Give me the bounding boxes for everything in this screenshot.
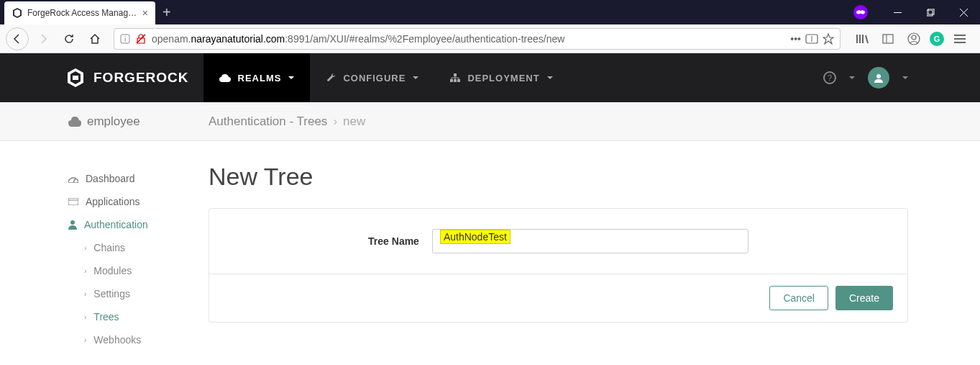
- minimize-button[interactable]: [881, 0, 914, 24]
- form-panel: Tree Name AuthNodeTest Cancel Create: [209, 208, 908, 323]
- breadcrumb-current: new: [343, 114, 365, 129]
- nav-realms[interactable]: REALMS: [203, 53, 311, 102]
- tab-title: ForgeRock Access Managemen: [27, 8, 138, 18]
- app-header: FORGEROCK REALMS CONFIGURE DEPLOYMENT ?: [0, 53, 980, 102]
- bookmark-star-icon[interactable]: [823, 33, 834, 45]
- create-button[interactable]: Create: [835, 286, 893, 310]
- wrench-icon: [326, 73, 336, 83]
- chevron-right-icon: ›: [333, 114, 337, 129]
- sidebar-item-applications[interactable]: Applications: [68, 190, 209, 213]
- svg-rect-20: [450, 79, 453, 82]
- tab-close-icon[interactable]: ×: [142, 7, 148, 19]
- svg-rect-0: [894, 12, 902, 13]
- insecure-icon: [136, 34, 146, 44]
- sidebar-item-authentication[interactable]: Authentication: [68, 213, 209, 236]
- url-bar[interactable]: i openam.narayanatutorial.com:8991/am/XU…: [114, 28, 841, 50]
- forward-button[interactable]: [32, 27, 55, 50]
- url-text: openam.narayanatutorial.com:8991/am/XUI/…: [152, 33, 784, 45]
- cancel-button[interactable]: Cancel: [769, 286, 828, 310]
- svg-point-23: [876, 74, 881, 78]
- close-window-button[interactable]: [947, 0, 980, 24]
- svg-text:i: i: [124, 35, 126, 43]
- sidebar-item-dashboard[interactable]: Dashboard: [68, 167, 209, 190]
- grammarly-icon[interactable]: G: [930, 32, 944, 46]
- sidebar: Dashboard Applications Authentication › …: [68, 141, 209, 351]
- svg-line-24: [73, 179, 75, 182]
- browser-toolbar: i openam.narayanatutorial.com:8991/am/XU…: [0, 24, 980, 53]
- shield-info-icon: i: [120, 34, 130, 44]
- sidebar-item-settings[interactable]: › Settings: [84, 282, 209, 305]
- dashboard-icon: [68, 174, 78, 183]
- forgerock-logo-icon: [65, 67, 86, 89]
- tree-name-input[interactable]: AuthNodeTest: [432, 229, 748, 253]
- chevron-down-icon[interactable]: [849, 76, 855, 79]
- user-icon: [874, 73, 884, 83]
- svg-line-5: [137, 35, 145, 43]
- sidebar-item-webhooks[interactable]: › Webhooks: [84, 328, 209, 351]
- nav-configure[interactable]: CONFIGURE: [310, 53, 434, 102]
- private-mode-icon: [853, 5, 868, 19]
- reader-icon[interactable]: [805, 34, 818, 44]
- sidebar-item-chains[interactable]: › Chains: [84, 236, 209, 259]
- maximize-button[interactable]: [914, 0, 947, 24]
- menu-icon[interactable]: [950, 29, 970, 49]
- brand-text: FORGEROCK: [93, 70, 189, 86]
- svg-rect-1: [927, 10, 933, 16]
- nav-deployment[interactable]: DEPLOYMENT: [434, 53, 568, 102]
- help-icon[interactable]: ?: [823, 71, 836, 84]
- chevron-down-icon: [413, 76, 418, 79]
- realm-badge: employee: [68, 114, 209, 129]
- chevron-right-icon: ›: [84, 336, 86, 344]
- chevron-right-icon: ›: [84, 244, 86, 252]
- browser-tab[interactable]: ForgeRock Access Managemen ×: [4, 1, 155, 24]
- applications-icon: [68, 198, 78, 205]
- chevron-down-icon: [288, 76, 294, 79]
- account-icon[interactable]: [904, 29, 924, 49]
- tab-favicon-icon: [12, 7, 23, 19]
- chevron-down-icon: [547, 76, 553, 79]
- tree-name-value: AuthNodeTest: [440, 230, 510, 244]
- user-icon: [68, 220, 77, 230]
- svg-rect-19: [454, 73, 457, 76]
- home-button[interactable]: [83, 27, 106, 50]
- svg-rect-22: [457, 79, 460, 82]
- main-content: New Tree Tree Name AuthNodeTest Cancel C…: [209, 141, 908, 351]
- page-title: New Tree: [209, 163, 908, 191]
- brand-logo[interactable]: FORGEROCK: [65, 67, 189, 89]
- user-avatar[interactable]: [868, 67, 889, 89]
- back-button[interactable]: [6, 27, 29, 50]
- breadcrumb: Authentication - Trees › new: [209, 114, 365, 129]
- svg-line-11: [866, 35, 868, 43]
- cloud-icon: [68, 117, 81, 127]
- sitemap-icon: [450, 73, 460, 82]
- library-icon[interactable]: [852, 29, 872, 49]
- chevron-right-icon: ›: [84, 290, 86, 298]
- svg-point-27: [70, 220, 75, 225]
- browser-titlebar: ForgeRock Access Managemen × +: [0, 0, 980, 24]
- sidebar-item-trees[interactable]: › Trees: [84, 305, 209, 328]
- sidebar-toggle-icon[interactable]: [878, 29, 898, 49]
- reload-button[interactable]: [58, 27, 81, 50]
- breadcrumb-bar: employee Authentication - Trees › new: [0, 102, 980, 141]
- chevron-right-icon: ›: [84, 267, 86, 275]
- svg-rect-12: [883, 35, 893, 43]
- svg-rect-21: [454, 79, 457, 82]
- svg-rect-25: [68, 198, 78, 205]
- svg-rect-2: [928, 9, 934, 14]
- svg-point-15: [912, 35, 916, 40]
- sidebar-item-modules[interactable]: › Modules: [84, 259, 209, 282]
- chevron-right-icon: ›: [84, 313, 86, 321]
- window-controls: [853, 0, 980, 24]
- new-tab-button[interactable]: +: [162, 4, 171, 21]
- chevron-down-icon[interactable]: [902, 76, 908, 79]
- cloud-icon: [219, 73, 231, 82]
- ellipsis-icon[interactable]: •••: [790, 33, 801, 45]
- breadcrumb-item[interactable]: Authentication - Trees: [209, 114, 327, 129]
- tree-name-label: Tree Name: [368, 235, 419, 247]
